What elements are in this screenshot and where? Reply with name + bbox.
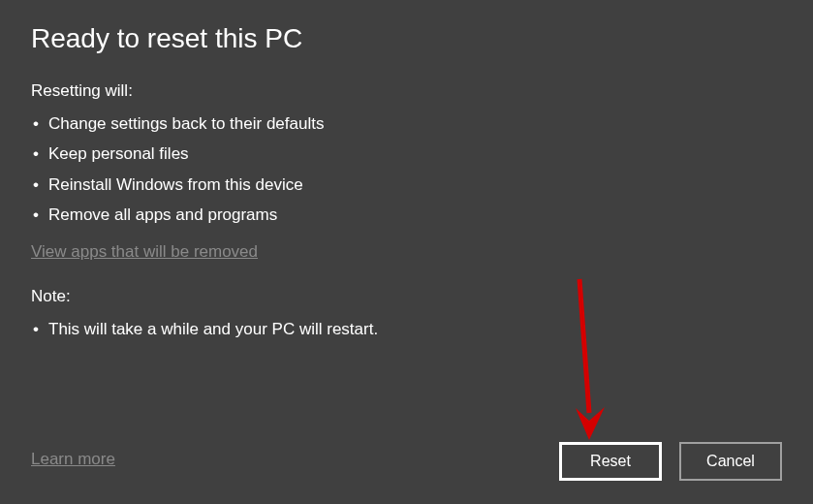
page-title: Ready to reset this PC [31,23,782,54]
dialog-container: Ready to reset this PC Resetting will: C… [0,0,813,504]
list-item: Change settings back to their defaults [31,109,782,139]
reset-button[interactable]: Reset [559,442,662,481]
resetting-list: Change settings back to their defaults K… [31,109,782,231]
learn-more-link[interactable]: Learn more [31,450,115,469]
list-item: This will take a while and your PC will … [31,314,782,344]
button-row: Reset Cancel [559,442,782,481]
cancel-button[interactable]: Cancel [679,442,782,481]
note-label: Note: [31,287,782,306]
note-section: Note: This will take a while and your PC… [31,287,782,344]
list-item: Reinstall Windows from this device [31,170,782,200]
resetting-label: Resetting will: [31,81,782,101]
list-item: Remove all apps and programs [31,200,782,230]
note-list: This will take a while and your PC will … [31,314,782,344]
list-item: Keep personal files [31,139,782,169]
view-apps-link[interactable]: View apps that will be removed [31,242,258,262]
